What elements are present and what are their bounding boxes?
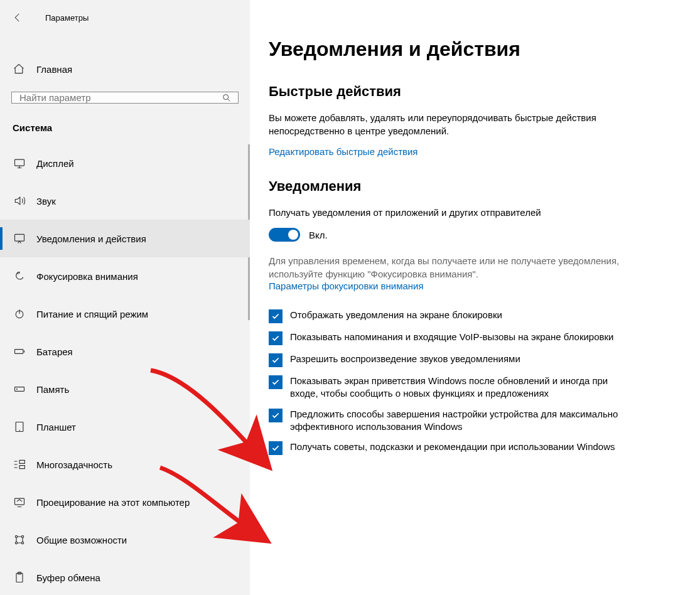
checkbox[interactable] xyxy=(269,441,283,455)
svg-point-0 xyxy=(223,94,229,99)
svg-rect-5 xyxy=(15,387,24,392)
search-icon xyxy=(215,93,238,103)
notifications-icon xyxy=(13,232,26,245)
tablet-icon xyxy=(13,421,26,433)
checkbox-row[interactable]: Получать советы, подсказки и рекомендаци… xyxy=(269,441,633,455)
checkbox-label: Отображать уведомления на экране блокиро… xyxy=(290,309,502,321)
checkbox-label: Показывать напоминания и входящие VoIP-в… xyxy=(290,331,613,343)
sound-icon xyxy=(13,195,26,207)
sidebar-item-label: Звук xyxy=(36,196,56,206)
notifications-toggle-label: Получать уведомления от приложений и дру… xyxy=(269,206,620,219)
checkbox-label: Показывать экран приветствия Windows пос… xyxy=(290,375,633,400)
battery-icon xyxy=(13,345,26,358)
edit-quick-actions-link[interactable]: Редактировать быстрые действия xyxy=(269,146,675,157)
focus-assist-link[interactable]: Параметры фокусировки внимания xyxy=(269,281,675,291)
sidebar-item-sound[interactable]: Звук xyxy=(0,182,250,220)
home-label: Главная xyxy=(36,64,72,75)
storage-icon xyxy=(13,383,26,395)
checkbox[interactable] xyxy=(269,409,283,422)
notifications-toggle-state: Вкл. xyxy=(309,230,328,240)
checkbox[interactable] xyxy=(269,331,283,345)
arrow-left-icon xyxy=(12,12,23,23)
sidebar-item-label: Питание и спящий режим xyxy=(36,309,148,319)
sidebar-item-label: Уведомления и действия xyxy=(36,233,146,244)
checkbox[interactable] xyxy=(269,375,283,389)
sidebar-item-power[interactable]: Питание и спящий режим xyxy=(0,295,250,333)
focus-icon xyxy=(13,270,26,282)
sidebar-item-tablet[interactable]: Планшет xyxy=(0,408,250,446)
checkbox-row[interactable]: Предложить способы завершения настройки … xyxy=(269,408,633,434)
svg-point-6 xyxy=(16,389,17,390)
checkbox-label: Получать советы, подсказки и рекомендаци… xyxy=(290,441,615,453)
multitask-icon xyxy=(13,458,26,471)
sidebar-item-focus[interactable]: Фокусировка внимания xyxy=(0,257,250,295)
sidebar-nav: Дисплей Звук Уведомления и действия Фоку… xyxy=(0,144,250,595)
display-icon xyxy=(13,157,26,169)
svg-rect-4 xyxy=(15,350,23,354)
sidebar-item-label: Фокусировка внимания xyxy=(36,271,138,282)
section-notifications-heading: Уведомления xyxy=(269,178,675,195)
sidebar-item-label: Планшет xyxy=(36,422,76,432)
shared-icon xyxy=(13,533,26,546)
checkbox[interactable] xyxy=(269,353,283,367)
search-input[interactable] xyxy=(12,92,215,103)
sidebar-item-home[interactable]: Главная xyxy=(0,58,250,80)
search-box[interactable] xyxy=(11,92,239,104)
sidebar-item-label: Общие возможности xyxy=(36,535,127,545)
sidebar-item-notifications[interactable]: Уведомления и действия xyxy=(0,220,250,257)
sidebar-item-multitask[interactable]: Многозадачность xyxy=(0,446,250,483)
svg-rect-2 xyxy=(15,234,24,241)
checkbox-row[interactable]: Разрешить воспроизведение звуков уведомл… xyxy=(269,353,633,367)
quick-actions-text: Вы можете добавлять, удалять или переупо… xyxy=(269,111,620,137)
page-title: Уведомления и действия xyxy=(269,38,675,61)
sidebar-item-display[interactable]: Дисплей xyxy=(0,144,250,182)
checkbox-label: Разрешить воспроизведение звуков уведомл… xyxy=(290,353,520,365)
sidebar-item-label: Многозадачность xyxy=(36,459,112,470)
sidebar-category: Система xyxy=(0,104,250,144)
window-title: Параметры xyxy=(45,13,89,23)
sidebar-item-label: Дисплей xyxy=(36,158,74,169)
sidebar-item-label: Буфер обмена xyxy=(36,572,100,583)
svg-point-12 xyxy=(21,542,23,544)
sidebar-item-projecting[interactable]: Проецирование на этот компьютер xyxy=(0,483,250,521)
checkbox-row[interactable]: Показывать экран приветствия Windows пос… xyxy=(269,375,633,400)
sidebar-item-label: Батарея xyxy=(36,346,73,357)
svg-point-9 xyxy=(15,535,17,537)
projecting-icon xyxy=(13,496,26,508)
svg-rect-1 xyxy=(15,159,24,166)
notification-options: Отображать уведомления на экране блокиро… xyxy=(269,309,675,455)
main-content: Уведомления и действия Быстрые действия … xyxy=(250,0,700,595)
checkbox-row[interactable]: Показывать напоминания и входящие VoIP-в… xyxy=(269,331,633,345)
notifications-toggle[interactable] xyxy=(269,228,300,242)
svg-point-11 xyxy=(15,542,17,544)
svg-point-10 xyxy=(21,535,23,537)
checkbox-label: Предложить способы завершения настройки … xyxy=(290,408,633,434)
home-icon xyxy=(13,63,26,75)
sidebar-item-storage[interactable]: Память xyxy=(0,370,250,408)
focus-assist-hint: Для управления временем, когда вы получа… xyxy=(269,254,620,281)
titlebar: Параметры xyxy=(0,5,250,33)
checkbox[interactable] xyxy=(269,309,283,323)
sidebar: Параметры Главная Система Дисплей xyxy=(0,0,250,595)
clipboard-icon xyxy=(13,571,26,584)
sidebar-item-battery[interactable]: Батарея xyxy=(0,333,250,370)
checkbox-row[interactable]: Отображать уведомления на экране блокиро… xyxy=(269,309,633,323)
back-button[interactable] xyxy=(6,8,29,28)
power-icon xyxy=(13,308,26,320)
sidebar-item-label: Проецирование на этот компьютер xyxy=(36,497,190,508)
sidebar-item-label: Память xyxy=(36,384,69,395)
sidebar-item-clipboard[interactable]: Буфер обмена xyxy=(0,559,250,595)
section-quick-actions-heading: Быстрые действия xyxy=(269,83,675,100)
sidebar-item-shared[interactable]: Общие возможности xyxy=(0,521,250,559)
